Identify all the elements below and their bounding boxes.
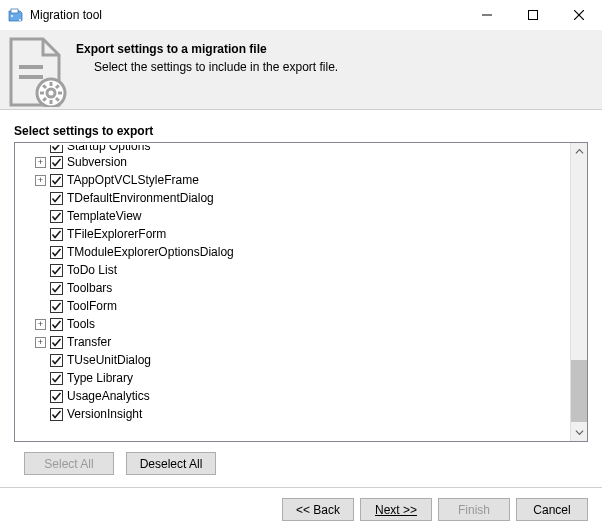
expand-placeholder bbox=[35, 193, 46, 204]
tree-node-label: TemplateView bbox=[67, 209, 141, 223]
expand-placeholder bbox=[35, 391, 46, 402]
tree-node-label: TModuleExplorerOptionsDialog bbox=[67, 245, 234, 259]
tree-node[interactable]: Type Library bbox=[15, 369, 570, 387]
section-label: Select settings to export bbox=[0, 110, 602, 142]
expand-placeholder bbox=[35, 409, 46, 420]
tree-node[interactable]: Startup Options bbox=[15, 145, 570, 153]
checkbox[interactable] bbox=[50, 282, 63, 295]
checkbox[interactable] bbox=[50, 192, 63, 205]
checkbox[interactable] bbox=[50, 408, 63, 421]
svg-point-2 bbox=[19, 19, 21, 21]
scroll-track[interactable] bbox=[571, 160, 587, 424]
svg-line-17 bbox=[43, 98, 46, 101]
window-controls bbox=[464, 0, 602, 30]
tree-node[interactable]: TModuleExplorerOptionsDialog bbox=[15, 243, 570, 261]
selection-buttons: Select All Deselect All bbox=[0, 442, 602, 483]
checkbox[interactable] bbox=[50, 354, 63, 367]
wizard-nav: << Back Next >> Finish Cancel bbox=[0, 488, 602, 531]
svg-rect-0 bbox=[11, 9, 18, 13]
tree-node[interactable]: TemplateView bbox=[15, 207, 570, 225]
expand-icon[interactable]: + bbox=[35, 157, 46, 168]
settings-tree: Startup Options+Subversion+TAppOptVCLSty… bbox=[14, 142, 588, 442]
minimize-button[interactable] bbox=[464, 0, 510, 30]
expand-placeholder bbox=[35, 211, 46, 222]
expand-placeholder bbox=[35, 373, 46, 384]
expand-placeholder bbox=[35, 145, 46, 153]
expand-placeholder bbox=[35, 301, 46, 312]
tree-node[interactable]: +Subversion bbox=[15, 153, 570, 171]
tree-node-label: UsageAnalytics bbox=[67, 389, 150, 403]
tree-node-label: Startup Options bbox=[67, 145, 150, 153]
page-subtitle: Select the settings to include in the ex… bbox=[76, 60, 338, 74]
tree-node-label: TUseUnitDialog bbox=[67, 353, 151, 367]
expand-placeholder bbox=[35, 265, 46, 276]
scroll-up-button[interactable] bbox=[571, 143, 587, 160]
tree-node-label: VersionInsight bbox=[67, 407, 142, 421]
tree-node-label: ToDo List bbox=[67, 263, 117, 277]
checkbox[interactable] bbox=[50, 390, 63, 403]
close-button[interactable] bbox=[556, 0, 602, 30]
expand-icon[interactable]: + bbox=[35, 175, 46, 186]
tree-node-label: TDefaultEnvironmentDialog bbox=[67, 191, 214, 205]
checkbox[interactable] bbox=[50, 228, 63, 241]
tree-node-label: TFileExplorerForm bbox=[67, 227, 166, 241]
tree-node-label: Subversion bbox=[67, 155, 127, 169]
window-title: Migration tool bbox=[30, 8, 102, 22]
checkbox[interactable] bbox=[50, 174, 63, 187]
checkbox[interactable] bbox=[50, 145, 63, 153]
tree-viewport: Startup Options+Subversion+TAppOptVCLSty… bbox=[15, 143, 570, 441]
checkbox[interactable] bbox=[50, 210, 63, 223]
tree-node-label: ToolForm bbox=[67, 299, 117, 313]
expand-placeholder bbox=[35, 229, 46, 240]
checkbox[interactable] bbox=[50, 264, 63, 277]
expand-icon[interactable]: + bbox=[35, 337, 46, 348]
checkbox[interactable] bbox=[50, 336, 63, 349]
maximize-button[interactable] bbox=[510, 0, 556, 30]
wizard-header: Export settings to a migration file Sele… bbox=[0, 30, 602, 110]
tree-node-label: Toolbars bbox=[67, 281, 112, 295]
tree-node[interactable]: TFileExplorerForm bbox=[15, 225, 570, 243]
tree-node[interactable]: +TAppOptVCLStyleFrame bbox=[15, 171, 570, 189]
tree-node-label: TAppOptVCLStyleFrame bbox=[67, 173, 199, 187]
tree-node[interactable]: ToolForm bbox=[15, 297, 570, 315]
expand-placeholder bbox=[35, 247, 46, 258]
svg-point-1 bbox=[11, 15, 13, 17]
tree-node[interactable]: +Transfer bbox=[15, 333, 570, 351]
expand-placeholder bbox=[35, 283, 46, 294]
page-title: Export settings to a migration file bbox=[76, 42, 338, 56]
svg-line-18 bbox=[56, 98, 59, 101]
svg-line-15 bbox=[43, 85, 46, 88]
app-icon bbox=[8, 7, 24, 23]
scroll-down-button[interactable] bbox=[571, 424, 587, 441]
deselect-all-button[interactable]: Deselect All bbox=[126, 452, 216, 475]
expand-placeholder bbox=[35, 355, 46, 366]
checkbox[interactable] bbox=[50, 156, 63, 169]
select-all-button[interactable]: Select All bbox=[24, 452, 114, 475]
tree-node-label: Tools bbox=[67, 317, 95, 331]
next-button[interactable]: Next >> bbox=[360, 498, 432, 521]
expand-icon[interactable]: + bbox=[35, 319, 46, 330]
vertical-scrollbar[interactable] bbox=[570, 143, 587, 441]
tree-node[interactable]: ToDo List bbox=[15, 261, 570, 279]
tree-node-label: Transfer bbox=[67, 335, 111, 349]
finish-button[interactable]: Finish bbox=[438, 498, 510, 521]
title-bar: Migration tool bbox=[0, 0, 602, 30]
tree-node[interactable]: TUseUnitDialog bbox=[15, 351, 570, 369]
tree-node[interactable]: Toolbars bbox=[15, 279, 570, 297]
tree-node[interactable]: VersionInsight bbox=[15, 405, 570, 423]
checkbox[interactable] bbox=[50, 300, 63, 313]
checkbox[interactable] bbox=[50, 372, 63, 385]
tree-node[interactable]: TDefaultEnvironmentDialog bbox=[15, 189, 570, 207]
svg-line-16 bbox=[56, 85, 59, 88]
checkbox[interactable] bbox=[50, 246, 63, 259]
checkbox[interactable] bbox=[50, 318, 63, 331]
scroll-thumb[interactable] bbox=[571, 360, 587, 422]
cancel-button[interactable]: Cancel bbox=[516, 498, 588, 521]
tree-node[interactable]: UsageAnalytics bbox=[15, 387, 570, 405]
header-icon bbox=[0, 34, 70, 110]
tree-node[interactable]: +Tools bbox=[15, 315, 570, 333]
back-button[interactable]: << Back bbox=[282, 498, 354, 521]
tree-node-label: Type Library bbox=[67, 371, 133, 385]
svg-rect-4 bbox=[529, 10, 538, 19]
